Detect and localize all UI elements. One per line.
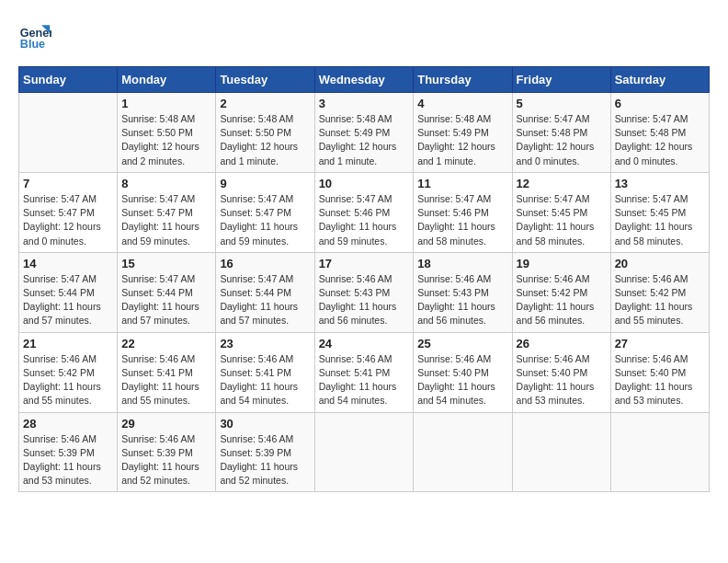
calendar-cell: 16Sunrise: 5:47 AM Sunset: 5:44 PM Dayli… xyxy=(216,252,314,332)
calendar-cell: 25Sunrise: 5:46 AM Sunset: 5:40 PM Dayli… xyxy=(414,332,512,412)
calendar-cell xyxy=(414,412,512,492)
day-detail: Sunrise: 5:47 AM Sunset: 5:45 PM Dayligh… xyxy=(615,192,705,248)
day-number: 15 xyxy=(121,257,211,270)
calendar-cell: 24Sunrise: 5:46 AM Sunset: 5:41 PM Dayli… xyxy=(314,332,414,412)
day-number: 16 xyxy=(220,257,310,270)
day-detail: Sunrise: 5:46 AM Sunset: 5:39 PM Dayligh… xyxy=(220,432,310,488)
day-number: 17 xyxy=(319,257,410,270)
day-detail: Sunrise: 5:46 AM Sunset: 5:42 PM Dayligh… xyxy=(517,272,607,328)
calendar-cell: 15Sunrise: 5:47 AM Sunset: 5:44 PM Dayli… xyxy=(118,252,216,332)
day-detail: Sunrise: 5:46 AM Sunset: 5:39 PM Dayligh… xyxy=(23,432,113,488)
day-number: 25 xyxy=(417,337,507,350)
day-number: 20 xyxy=(615,257,705,270)
weekday-header-sunday: Sunday xyxy=(19,67,118,93)
calendar-cell: 3Sunrise: 5:48 AM Sunset: 5:49 PM Daylig… xyxy=(314,93,414,173)
calendar-cell: 29Sunrise: 5:46 AM Sunset: 5:39 PM Dayli… xyxy=(118,412,216,492)
calendar-cell: 28Sunrise: 5:46 AM Sunset: 5:39 PM Dayli… xyxy=(19,412,118,492)
calendar-cell: 7Sunrise: 5:47 AM Sunset: 5:47 PM Daylig… xyxy=(19,172,118,252)
calendar-body: 1Sunrise: 5:48 AM Sunset: 5:50 PM Daylig… xyxy=(19,93,710,492)
day-number: 19 xyxy=(517,257,607,270)
day-detail: Sunrise: 5:47 AM Sunset: 5:47 PM Dayligh… xyxy=(220,192,310,248)
calendar-cell: 14Sunrise: 5:47 AM Sunset: 5:44 PM Dayli… xyxy=(19,252,118,332)
weekday-header-saturday: Saturday xyxy=(610,67,709,93)
logo: General Blue xyxy=(18,18,55,52)
weekday-header-friday: Friday xyxy=(512,67,610,93)
weekday-header-row: SundayMondayTuesdayWednesdayThursdayFrid… xyxy=(19,67,710,93)
day-detail: Sunrise: 5:47 AM Sunset: 5:47 PM Dayligh… xyxy=(23,192,113,248)
page-header: General Blue xyxy=(18,18,710,52)
day-detail: Sunrise: 5:48 AM Sunset: 5:49 PM Dayligh… xyxy=(319,112,410,168)
day-detail: Sunrise: 5:46 AM Sunset: 5:42 PM Dayligh… xyxy=(615,272,705,328)
calendar-cell: 10Sunrise: 5:47 AM Sunset: 5:46 PM Dayli… xyxy=(314,172,414,252)
calendar-cell: 5Sunrise: 5:47 AM Sunset: 5:48 PM Daylig… xyxy=(512,93,610,173)
day-number: 10 xyxy=(319,177,410,190)
day-detail: Sunrise: 5:47 AM Sunset: 5:47 PM Dayligh… xyxy=(121,192,211,248)
day-number: 13 xyxy=(615,177,705,190)
weekday-header-monday: Monday xyxy=(118,67,216,93)
day-detail: Sunrise: 5:47 AM Sunset: 5:45 PM Dayligh… xyxy=(517,192,607,248)
day-number: 5 xyxy=(517,97,607,110)
day-detail: Sunrise: 5:46 AM Sunset: 5:42 PM Dayligh… xyxy=(23,352,113,408)
calendar-cell: 8Sunrise: 5:47 AM Sunset: 5:47 PM Daylig… xyxy=(118,172,216,252)
calendar-cell: 26Sunrise: 5:46 AM Sunset: 5:40 PM Dayli… xyxy=(512,332,610,412)
day-number: 30 xyxy=(220,417,310,431)
calendar-cell: 19Sunrise: 5:46 AM Sunset: 5:42 PM Dayli… xyxy=(512,252,610,332)
day-detail: Sunrise: 5:48 AM Sunset: 5:50 PM Dayligh… xyxy=(121,112,211,168)
day-number: 11 xyxy=(417,177,507,190)
day-detail: Sunrise: 5:47 AM Sunset: 5:44 PM Dayligh… xyxy=(121,272,211,328)
day-detail: Sunrise: 5:46 AM Sunset: 5:39 PM Dayligh… xyxy=(121,432,211,488)
calendar-cell: 30Sunrise: 5:46 AM Sunset: 5:39 PM Dayli… xyxy=(216,412,314,492)
week-row-1: 1Sunrise: 5:48 AM Sunset: 5:50 PM Daylig… xyxy=(19,93,710,173)
weekday-header-tuesday: Tuesday xyxy=(216,67,314,93)
calendar-cell xyxy=(19,93,118,173)
week-row-3: 14Sunrise: 5:47 AM Sunset: 5:44 PM Dayli… xyxy=(19,252,710,332)
week-row-2: 7Sunrise: 5:47 AM Sunset: 5:47 PM Daylig… xyxy=(19,172,710,252)
day-number: 23 xyxy=(220,337,310,350)
calendar-cell: 20Sunrise: 5:46 AM Sunset: 5:42 PM Dayli… xyxy=(610,252,709,332)
calendar-cell: 17Sunrise: 5:46 AM Sunset: 5:43 PM Dayli… xyxy=(314,252,414,332)
calendar-table: SundayMondayTuesdayWednesdayThursdayFrid… xyxy=(18,66,710,492)
day-detail: Sunrise: 5:46 AM Sunset: 5:43 PM Dayligh… xyxy=(417,272,507,328)
calendar-cell: 1Sunrise: 5:48 AM Sunset: 5:50 PM Daylig… xyxy=(118,93,216,173)
calendar-cell: 6Sunrise: 5:47 AM Sunset: 5:48 PM Daylig… xyxy=(610,93,709,173)
day-detail: Sunrise: 5:46 AM Sunset: 5:40 PM Dayligh… xyxy=(517,352,607,408)
day-number: 18 xyxy=(417,257,507,270)
day-number: 28 xyxy=(23,417,113,431)
calendar-cell: 13Sunrise: 5:47 AM Sunset: 5:45 PM Dayli… xyxy=(610,172,709,252)
weekday-header-wednesday: Wednesday xyxy=(314,67,414,93)
day-number: 6 xyxy=(615,97,705,110)
day-number: 7 xyxy=(23,177,113,190)
day-detail: Sunrise: 5:47 AM Sunset: 5:48 PM Dayligh… xyxy=(615,112,705,168)
week-row-5: 28Sunrise: 5:46 AM Sunset: 5:39 PM Dayli… xyxy=(19,412,710,492)
calendar-cell: 18Sunrise: 5:46 AM Sunset: 5:43 PM Dayli… xyxy=(414,252,512,332)
day-detail: Sunrise: 5:47 AM Sunset: 5:48 PM Dayligh… xyxy=(517,112,607,168)
calendar-cell xyxy=(512,412,610,492)
day-detail: Sunrise: 5:48 AM Sunset: 5:49 PM Dayligh… xyxy=(417,112,507,168)
day-detail: Sunrise: 5:46 AM Sunset: 5:41 PM Dayligh… xyxy=(121,352,211,408)
day-detail: Sunrise: 5:47 AM Sunset: 5:46 PM Dayligh… xyxy=(417,192,507,248)
day-number: 4 xyxy=(417,97,507,110)
day-detail: Sunrise: 5:46 AM Sunset: 5:41 PM Dayligh… xyxy=(319,352,410,408)
day-number: 29 xyxy=(121,417,211,431)
calendar-cell: 9Sunrise: 5:47 AM Sunset: 5:47 PM Daylig… xyxy=(216,172,314,252)
day-detail: Sunrise: 5:46 AM Sunset: 5:43 PM Dayligh… xyxy=(319,272,410,328)
calendar-cell: 2Sunrise: 5:48 AM Sunset: 5:50 PM Daylig… xyxy=(216,93,314,173)
weekday-header-thursday: Thursday xyxy=(414,67,512,93)
day-number: 3 xyxy=(319,97,410,110)
calendar-cell: 23Sunrise: 5:46 AM Sunset: 5:41 PM Dayli… xyxy=(216,332,314,412)
day-number: 12 xyxy=(517,177,607,190)
calendar-cell: 27Sunrise: 5:46 AM Sunset: 5:40 PM Dayli… xyxy=(610,332,709,412)
day-number: 14 xyxy=(23,257,113,270)
svg-text:Blue: Blue xyxy=(20,38,45,51)
calendar-cell: 11Sunrise: 5:47 AM Sunset: 5:46 PM Dayli… xyxy=(414,172,512,252)
calendar-header: SundayMondayTuesdayWednesdayThursdayFrid… xyxy=(19,67,710,93)
day-number: 1 xyxy=(121,97,211,110)
calendar-cell: 21Sunrise: 5:46 AM Sunset: 5:42 PM Dayli… xyxy=(19,332,118,412)
calendar-cell: 4Sunrise: 5:48 AM Sunset: 5:49 PM Daylig… xyxy=(414,93,512,173)
day-detail: Sunrise: 5:46 AM Sunset: 5:40 PM Dayligh… xyxy=(615,352,705,408)
day-detail: Sunrise: 5:47 AM Sunset: 5:44 PM Dayligh… xyxy=(23,272,113,328)
week-row-4: 21Sunrise: 5:46 AM Sunset: 5:42 PM Dayli… xyxy=(19,332,710,412)
day-number: 24 xyxy=(319,337,410,350)
calendar-cell: 22Sunrise: 5:46 AM Sunset: 5:41 PM Dayli… xyxy=(118,332,216,412)
day-number: 2 xyxy=(220,97,310,110)
